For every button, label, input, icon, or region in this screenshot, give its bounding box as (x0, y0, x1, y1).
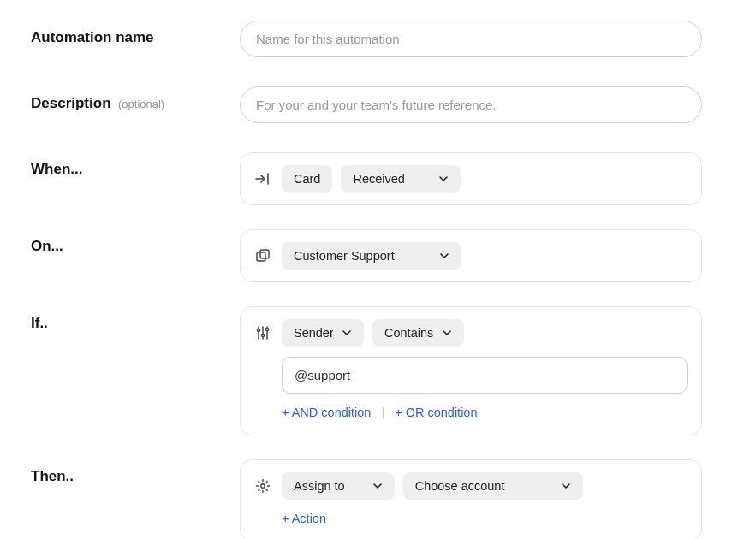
when-label-col: When... (31, 152, 226, 178)
if-condition-links: + AND condition | + OR condition (282, 406, 688, 419)
on-row: On... Customer Support (31, 229, 725, 282)
automation-name-input[interactable] (240, 21, 702, 57)
then-action-links: + Action (282, 512, 688, 525)
board-icon (253, 248, 273, 264)
then-panel: Assign to Choose account + Action (240, 459, 702, 539)
then-control: Assign to Choose account + Action (240, 459, 702, 539)
description-label: Description (31, 95, 111, 111)
description-control (240, 86, 702, 123)
description-row: Description (optional) (31, 86, 725, 123)
chevron-down-icon (561, 481, 571, 491)
when-panel: Card Received (240, 152, 702, 205)
if-label-col: If.. (31, 306, 226, 332)
automation-name-label: Automation name (31, 29, 154, 45)
chevron-down-icon (342, 328, 352, 338)
then-action-select[interactable]: Assign to (282, 472, 395, 500)
svg-point-9 (265, 328, 268, 330)
description-input[interactable] (240, 86, 702, 123)
on-panel: Customer Support (240, 229, 702, 282)
chevron-down-icon (372, 481, 383, 491)
add-action-button[interactable]: + Action (282, 512, 326, 525)
sliders-icon (253, 325, 273, 341)
automation-name-label-col: Automation name (31, 21, 226, 46)
when-event-select[interactable]: Received (341, 165, 461, 192)
on-label: On... (31, 238, 63, 254)
on-control: Customer Support (240, 229, 702, 282)
description-label-col: Description (optional) (31, 86, 226, 112)
then-target-select[interactable]: Choose account (403, 472, 583, 500)
gear-icon (253, 478, 273, 494)
if-operator-text: Contains (384, 326, 433, 340)
chevron-down-icon (439, 251, 449, 261)
add-or-condition-button[interactable]: + OR condition (395, 406, 477, 419)
when-subject-text: Card (294, 172, 320, 186)
if-field-select[interactable]: Sender e (282, 319, 364, 346)
on-target-text: Customer Support (294, 249, 395, 263)
chevron-down-icon (442, 328, 452, 338)
chevron-down-icon (438, 174, 449, 184)
automation-name-control (240, 21, 702, 57)
svg-point-5 (257, 329, 259, 331)
svg-point-10 (261, 484, 265, 488)
if-value-input[interactable] (282, 357, 688, 394)
if-panel: Sender e Contains + AND condition | + OR… (240, 306, 702, 435)
then-target-text: Choose account (415, 479, 505, 493)
link-separator: | (381, 406, 384, 419)
if-row: If.. Sender e Contain (31, 306, 725, 435)
automation-name-row: Automation name (31, 21, 725, 57)
when-label: When... (31, 161, 82, 177)
svg-point-7 (261, 334, 264, 336)
on-label-col: On... (31, 229, 226, 255)
if-control: Sender e Contains + AND condition | + OR… (240, 306, 702, 435)
add-and-condition-button[interactable]: + AND condition (282, 406, 371, 419)
then-action-text: Assign to (294, 479, 345, 493)
then-label-col: Then.. (31, 459, 226, 485)
when-event-text: Received (353, 172, 404, 186)
when-row: When... Card Received (31, 152, 725, 205)
description-optional-label: (optional) (118, 98, 164, 110)
on-target-select[interactable]: Customer Support (282, 242, 461, 270)
svg-rect-2 (257, 252, 265, 261)
when-subject-pill: Card (282, 165, 332, 192)
then-label: Then.. (31, 468, 74, 484)
then-row: Then.. Assign to Choose account (31, 459, 725, 539)
if-operator-select[interactable]: Contains (372, 319, 464, 346)
svg-rect-3 (260, 250, 269, 258)
arrow-in-icon (253, 172, 273, 186)
if-label: If.. (31, 315, 48, 331)
when-control: Card Received (240, 152, 702, 205)
if-field-text: Sender e (294, 326, 333, 340)
